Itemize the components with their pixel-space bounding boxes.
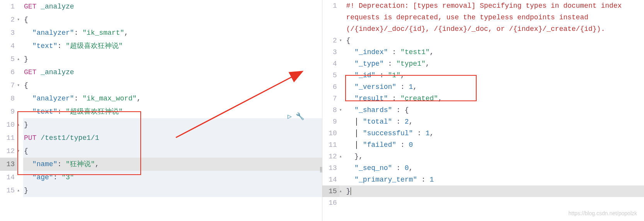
- code-content[interactable]: "text": "超级喜欢狂神说": [23, 105, 322, 118]
- token-punct: : {: [392, 106, 409, 114]
- token-punct: {: [24, 16, 28, 24]
- token-key: "analyzer": [32, 95, 74, 102]
- code-line[interactable]: 8 "analyzer": "ik_max_word",: [0, 92, 322, 105]
- code-line[interactable]: 7 "result" : "created",: [322, 93, 644, 104]
- fold-toggle[interactable]: ▴: [339, 151, 346, 162]
- fold-toggle[interactable]: ▴: [17, 118, 23, 131]
- code-line[interactable]: 5▴}: [0, 53, 322, 66]
- code-content[interactable]: #! Deprecation: [types removal] Specifyi…: [346, 0, 644, 35]
- code-content[interactable]: }: [23, 118, 322, 131]
- fold-toggle[interactable]: ▾: [339, 104, 346, 116]
- code-content[interactable]: "_version" : 1,: [346, 81, 644, 93]
- code-line[interactable]: 3 "_index" : "test1",: [322, 46, 644, 58]
- token-num: 1: [409, 83, 413, 91]
- code-content[interactable]: "_shards" : {: [346, 104, 644, 116]
- code-content[interactable]: "result" : "created",: [346, 93, 644, 104]
- fold-toggle[interactable]: ▾: [17, 13, 23, 26]
- token-text: [24, 42, 32, 50]
- code-content[interactable]: "analyzer": "ik_smart",: [23, 26, 322, 39]
- code-line[interactable]: 2▾{: [322, 35, 644, 46]
- code-line[interactable]: 11PUT /test1/type1/1: [0, 131, 322, 144]
- code-content[interactable]: {: [346, 35, 644, 46]
- code-line[interactable]: 13 "_seq_no" : 0,: [322, 162, 644, 174]
- token-text: [346, 60, 355, 68]
- code-content[interactable]: GET _analyze: [23, 66, 322, 79]
- code-line[interactable]: 9 │ "total" : 2,: [322, 116, 644, 128]
- fold-toggle[interactable]: ▴: [17, 53, 23, 66]
- code-content[interactable]: "_type" : "type1",: [346, 58, 644, 70]
- code-content[interactable]: "_id" : "1",: [346, 70, 644, 81]
- line-number: 15: [322, 185, 339, 197]
- code-line[interactable]: 6GET _analyze: [0, 66, 322, 79]
- fold-toggle[interactable]: ▴: [17, 184, 23, 197]
- code-content[interactable]: },: [346, 151, 644, 162]
- code-content[interactable]: "text": "超级喜欢狂神说": [23, 39, 322, 53]
- code-content[interactable]: {: [23, 13, 322, 26]
- code-line[interactable]: 8▾ "_shards" : {: [322, 104, 644, 116]
- code-line[interactable]: 10 │ "successful" : 1,: [322, 128, 644, 139]
- fold-toggle[interactable]: ▾: [17, 79, 23, 92]
- code-content[interactable]: {: [23, 144, 322, 158]
- code-line[interactable]: 14 "age": "3": [0, 171, 322, 184]
- code-line[interactable]: 5 "_id" : "1",: [322, 70, 644, 81]
- fold-toggle[interactable]: ▾: [17, 144, 23, 158]
- line-number: 14: [0, 171, 17, 184]
- token-punct: ,: [430, 48, 434, 56]
- code-line[interactable]: 15▴}: [322, 185, 644, 197]
- code-line[interactable]: 16: [322, 197, 644, 209]
- request-editor-pane[interactable]: ▷ 🔧 1GET _analyze2▾{3 "analyzer": "ik_sm…: [0, 0, 322, 221]
- code-line[interactable]: 6 "_version" : 1,: [322, 81, 644, 93]
- fold-toggle[interactable]: ▾: [339, 35, 346, 46]
- line-number: 3: [322, 46, 339, 58]
- token-indent-guide: │: [354, 141, 363, 149]
- response-pane[interactable]: 1#! Deprecation: [types removal] Specify…: [322, 0, 644, 221]
- code-content[interactable]: "_index" : "test1",: [346, 46, 644, 58]
- code-line[interactable]: 9 "text": "超级喜欢狂神说": [0, 105, 322, 118]
- code-line[interactable]: 7▾{: [0, 79, 322, 92]
- line-number: 12: [0, 144, 17, 158]
- token-key: "failed": [363, 141, 396, 149]
- token-punct: :: [396, 83, 409, 91]
- code-content[interactable]: "name": "狂神说",: [23, 158, 322, 171]
- code-content[interactable]: }: [346, 185, 644, 197]
- code-content[interactable]: │ "failed" : 0: [346, 139, 644, 151]
- run-request-button[interactable]: ▷: [288, 112, 292, 121]
- code-line[interactable]: 1#! Deprecation: [types removal] Specify…: [322, 0, 644, 35]
- code-content[interactable]: "age": "3": [23, 171, 322, 184]
- code-line[interactable]: 2▾{: [0, 13, 322, 26]
- token-punct: ,: [409, 118, 413, 126]
- code-content[interactable]: "_seq_no" : 0,: [346, 162, 644, 174]
- deprecation-warning: #! Deprecation: [types removal] Specifyi…: [346, 2, 626, 33]
- code-content[interactable]: {: [23, 79, 322, 92]
- code-line[interactable]: 12▴ },: [322, 151, 644, 162]
- code-line[interactable]: 12▾{: [0, 144, 322, 158]
- code-content[interactable]: │ "successful" : 1,: [346, 128, 644, 139]
- code-line[interactable]: 10▴}: [0, 118, 322, 131]
- fold-toggle[interactable]: ▴: [339, 185, 346, 197]
- token-punct: }: [24, 187, 28, 194]
- wrench-button[interactable]: 🔧: [296, 112, 304, 121]
- code-content[interactable]: │ "total" : 2,: [346, 116, 644, 128]
- code-line[interactable]: 14 "_primary_term" : 1: [322, 174, 644, 185]
- line-number: 4: [0, 39, 17, 53]
- token-text: [346, 83, 355, 91]
- code-content[interactable]: GET _analyze: [23, 0, 322, 13]
- code-content[interactable]: }: [23, 184, 322, 197]
- code-line[interactable]: 1GET _analyze: [0, 0, 322, 13]
- code-content[interactable]: PUT /test1/type1/1: [23, 131, 322, 144]
- code-line[interactable]: 13 "name": "狂神说",: [0, 158, 322, 171]
- code-line[interactable]: 4 "text": "超级喜欢狂神说": [0, 39, 322, 53]
- code-line[interactable]: 3 "analyzer": "ik_smart",: [0, 26, 322, 39]
- code-content[interactable]: "_primary_term" : 1: [346, 174, 644, 185]
- line-number: 14: [322, 174, 339, 185]
- code-line[interactable]: 15▴}: [0, 184, 322, 197]
- code-line[interactable]: 11 │ "failed" : 0: [322, 139, 644, 151]
- token-punct: ,: [124, 29, 128, 37]
- token-key: "text": [32, 108, 58, 116]
- code-content[interactable]: }: [23, 53, 322, 66]
- code-line[interactable]: 4 "_type" : "type1",: [322, 58, 644, 70]
- token-key: "_primary_term": [354, 176, 417, 184]
- token-num: 0: [409, 141, 413, 149]
- code-content[interactable]: "analyzer": "ik_max_word",: [23, 92, 322, 105]
- line-number: 8: [0, 92, 17, 105]
